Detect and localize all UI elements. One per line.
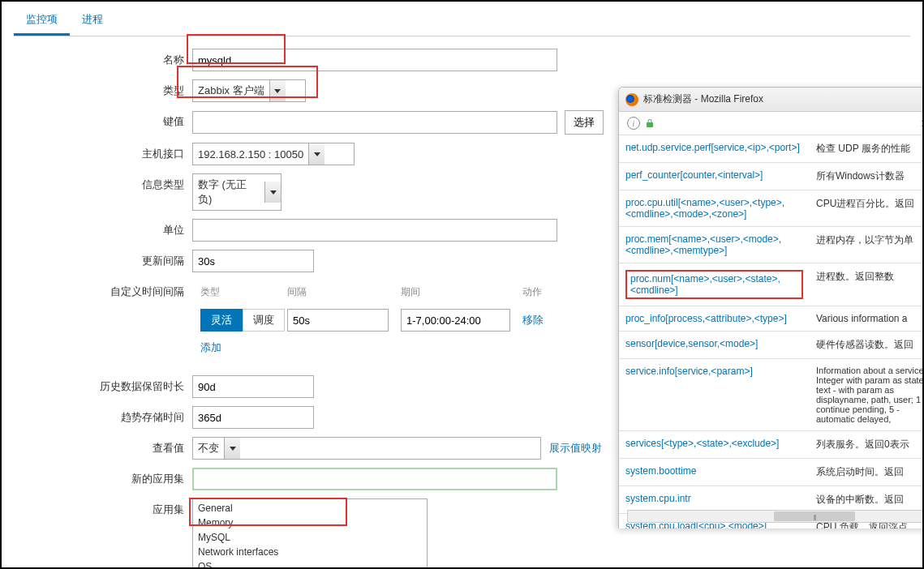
list-item[interactable]: Memory: [195, 516, 425, 530]
interval-input[interactable]: [287, 309, 389, 332]
table-row[interactable]: sensor[device,sensor,<mode>]硬件传感器读数。返回: [619, 332, 924, 359]
add-link[interactable]: 添加: [192, 336, 230, 359]
firefox-icon: [625, 93, 638, 106]
trend-input[interactable]: [192, 406, 314, 429]
list-item[interactable]: OS: [195, 559, 425, 569]
firefox-address-bar[interactable]: i 1p: [619, 112, 924, 135]
period-input[interactable]: [401, 309, 510, 332]
chevron-down-icon[interactable]: [264, 182, 281, 203]
list-item[interactable]: General: [195, 501, 425, 516]
unit-label: 单位: [14, 219, 192, 237]
view-select-text: 不变: [193, 438, 224, 459]
firefox-titlebar[interactable]: 标准检测器 - Mozilla Firefox: [619, 88, 924, 112]
info-select-text: 数字 (无正负): [193, 174, 264, 210]
table-row[interactable]: proc.mem[<name>,<user>,<mode>,<cmdline>,…: [619, 227, 924, 263]
key-label: 键值: [14, 110, 192, 129]
table-row-highlighted[interactable]: proc.num[<name>,<user>,<state>,<cmdline>…: [619, 263, 924, 306]
table-row[interactable]: service.info[service,<param>]Information…: [619, 359, 924, 431]
scroll-thumb[interactable]: [774, 511, 855, 521]
update-input[interactable]: [192, 250, 314, 272]
unit-input[interactable]: [192, 219, 557, 242]
firefox-content: net.udp.service.perf[service,<ip>,<port>…: [619, 135, 924, 528]
key-select-button[interactable]: 选择: [565, 110, 604, 135]
horizontal-scrollbar[interactable]: [627, 510, 924, 523]
type-select[interactable]: Zabbix 客户端: [192, 79, 306, 102]
chevron-down-icon[interactable]: [224, 438, 240, 459]
info-label: 信息类型: [14, 173, 192, 192]
update-label: 更新间隔: [14, 250, 192, 268]
newapp-label: 新的应用集: [14, 468, 192, 486]
view-select[interactable]: 不变: [192, 437, 541, 460]
host-label: 主机接口: [14, 143, 192, 161]
host-select-text: 192.168.2.150 : 10050: [193, 145, 308, 164]
chevron-down-icon[interactable]: [308, 143, 324, 165]
firefox-title: 标准检测器 - Mozilla Firefox: [643, 92, 763, 106]
view-label: 查看值: [14, 437, 192, 456]
history-input[interactable]: [192, 375, 314, 398]
list-item[interactable]: MySQL: [195, 530, 425, 545]
tab-bar: 监控项 进程: [14, 6, 910, 36]
list-item[interactable]: Network interfaces: [195, 545, 425, 559]
info-select[interactable]: 数字 (无正负): [192, 173, 281, 211]
table-row[interactable]: net.udp.service.perf[service,<ip>,<port>…: [619, 135, 924, 163]
history-label: 历史数据保留时长: [14, 375, 192, 394]
key-input[interactable]: [192, 111, 557, 134]
interval-header: 类型 间隔 期间 动作: [192, 280, 557, 304]
table-row[interactable]: proc_info[process,<attribute>,<type>]Var…: [619, 306, 924, 332]
tab-process[interactable]: 进程: [70, 6, 115, 36]
chevron-down-icon[interactable]: [269, 80, 286, 101]
custom-label: 自定义时间间隔: [14, 280, 192, 299]
host-select[interactable]: 192.168.2.150 : 10050: [192, 143, 355, 165]
trend-label: 趋势存储时间: [14, 406, 192, 425]
type-select-text: Zabbix 客户端: [193, 80, 269, 101]
table-row[interactable]: proc.cpu.util[<name>,<user>,<type>,<cmdl…: [619, 190, 924, 227]
lock-icon: [645, 118, 655, 128]
table-row[interactable]: perf_counter[counter,<interval>]所有Window…: [619, 163, 924, 190]
table-row[interactable]: system.boottime系统启动时间。返回: [619, 459, 924, 486]
type-label: 类型: [14, 79, 192, 98]
remove-link[interactable]: 移除: [522, 313, 544, 327]
btn-flexible[interactable]: 灵活: [200, 309, 243, 332]
name-label: 名称: [14, 49, 192, 67]
firefox-url-suffix: 1p: [921, 118, 924, 128]
info-icon: i: [627, 117, 640, 130]
view-mapping-link[interactable]: 展示值映射: [549, 442, 602, 454]
table-row[interactable]: services[<type>,<state>,<exclude>]列表服务。返…: [619, 431, 924, 459]
newapp-input[interactable]: [192, 468, 557, 490]
name-input[interactable]: [192, 49, 557, 71]
firefox-window: 标准检测器 - Mozilla Firefox i 1p net.udp.ser…: [618, 87, 924, 528]
btn-schedule[interactable]: 调度: [243, 309, 285, 332]
appset-label: 应用集: [14, 498, 192, 517]
tab-monitor[interactable]: 监控项: [14, 6, 70, 36]
appset-listbox[interactable]: General Memory MySQL Network interfaces …: [192, 498, 428, 569]
